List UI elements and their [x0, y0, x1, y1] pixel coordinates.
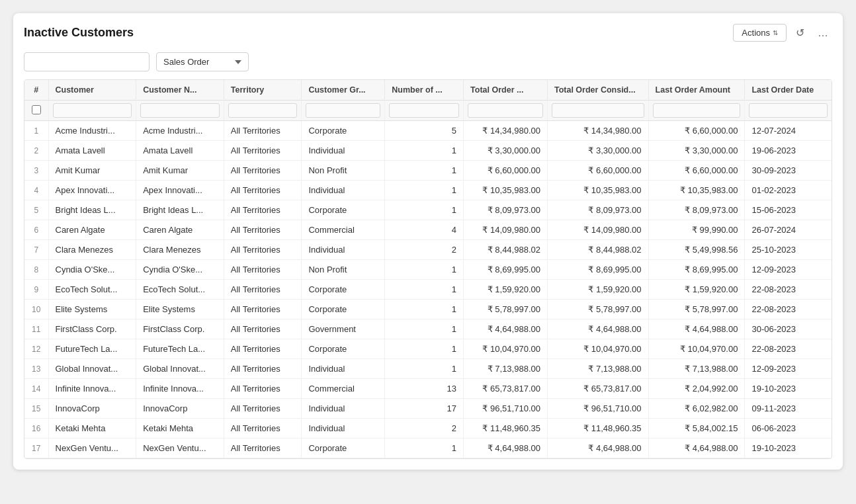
- cell-num: 2: [24, 141, 48, 161]
- cell-last-order-amount: ₹ 5,78,997.00: [648, 300, 745, 319]
- cell-total-order: ₹ 10,35,983.00: [464, 181, 548, 200]
- cell-num: 8: [24, 260, 48, 280]
- cell-number-of: 5: [385, 121, 464, 141]
- table-row[interactable]: 12FutureTech La...FutureTech La...All Te…: [24, 339, 832, 359]
- order-type-select[interactable]: Sales Order Purchase Order Quotation: [156, 52, 249, 71]
- table-row[interactable]: 15InnovaCorpInnovaCorpAll TerritoriesInd…: [24, 399, 832, 419]
- table-row[interactable]: 13Global Innovat...Global Innovat...All …: [24, 359, 832, 379]
- table-row[interactable]: 8Cyndia O'Ske...Cyndia O'Ske...All Terri…: [24, 260, 832, 280]
- filter-total-order-input[interactable]: [468, 103, 543, 118]
- cell-total-order: ₹ 4,64,988.00: [464, 319, 548, 339]
- table-row[interactable]: 7Clara MenezesClara MenezesAll Territori…: [24, 240, 832, 260]
- cell-last-order-amount: ₹ 4,64,988.00: [648, 439, 745, 458]
- table-row[interactable]: 16Ketaki MehtaKetaki MehtaAll Territorie…: [24, 419, 832, 439]
- cell-customer: Amata Lavell: [48, 141, 136, 161]
- cell-total-order-consid: ₹ 4,64,988.00: [547, 439, 648, 458]
- cell-num: 17: [24, 439, 48, 458]
- refresh-button[interactable]: ↺: [792, 24, 808, 42]
- table-row[interactable]: 3Amit KumarAmit KumarAll TerritoriesNon …: [24, 161, 832, 181]
- cell-customer-group: Commercial: [302, 379, 385, 399]
- cell-num: 12: [24, 339, 48, 359]
- header-actions: Actions ⇅ ↺ …: [733, 24, 832, 42]
- table-row[interactable]: 14Infinite Innova...Infinite Innova...Al…: [24, 379, 832, 399]
- cell-num: 10: [24, 300, 48, 319]
- filter-customer-input[interactable]: [53, 103, 132, 118]
- cell-total-order-consid: ₹ 8,09,973.00: [547, 200, 648, 220]
- cell-num: 7: [24, 240, 48, 260]
- cell-last-order-date: 12-07-2024: [745, 121, 832, 141]
- cell-total-order-consid: ₹ 10,35,983.00: [547, 181, 648, 200]
- select-all-checkbox[interactable]: [32, 105, 41, 114]
- filter-last-order-date-input[interactable]: [749, 103, 828, 118]
- cell-customer: Caren Algate: [48, 220, 136, 240]
- filter-territory-input[interactable]: [228, 103, 298, 118]
- cell-customer-name: InnovaCorp: [136, 399, 224, 419]
- cell-territory: All Territories: [224, 379, 302, 399]
- cell-number-of: 2: [385, 240, 464, 260]
- cell-number-of: 1: [385, 319, 464, 339]
- table-row[interactable]: 1Acme Industri...Acme Industri...All Ter…: [24, 121, 832, 141]
- cell-customer-group: Individual: [302, 419, 385, 439]
- table-row[interactable]: 6Caren AlgateCaren AlgateAll Territories…: [24, 220, 832, 240]
- cell-territory: All Territories: [224, 280, 302, 300]
- cell-total-order: ₹ 14,34,980.00: [464, 121, 548, 141]
- filter-customer-name-input[interactable]: [140, 103, 220, 118]
- cell-customer-group: Individual: [302, 240, 385, 260]
- cell-total-order: ₹ 4,64,988.00: [464, 439, 548, 458]
- cell-customer-name: Amata Lavell: [136, 141, 224, 161]
- table-row[interactable]: 5Bright Ideas L...Bright Ideas L...All T…: [24, 200, 832, 220]
- cell-customer-group: Non Profit: [302, 260, 385, 280]
- cell-total-order-consid: ₹ 8,44,988.02: [547, 240, 648, 260]
- cell-customer-group: Individual: [302, 399, 385, 419]
- toolbar: 30 Sales Order Purchase Order Quotation: [24, 52, 832, 71]
- col-header-total-order: Total Order ...: [464, 80, 548, 101]
- filter-last-order-amount-input[interactable]: [653, 103, 741, 118]
- filter-number-of-input[interactable]: [389, 103, 459, 118]
- cell-last-order-date: 01-02-2023: [745, 181, 832, 200]
- cell-customer-name: Global Innovat...: [136, 359, 224, 379]
- cell-num: 11: [24, 319, 48, 339]
- more-options-button[interactable]: …: [814, 24, 832, 42]
- cell-customer-group: Individual: [302, 359, 385, 379]
- table-row[interactable]: 9EcoTech Solut...EcoTech Solut...All Ter…: [24, 280, 832, 300]
- cell-customer: InnovaCorp: [48, 399, 136, 419]
- cell-last-order-date: 12-09-2023: [745, 359, 832, 379]
- cell-number-of: 1: [385, 161, 464, 181]
- count-input[interactable]: 30: [24, 52, 150, 71]
- cell-total-order-consid: ₹ 11,48,960.35: [547, 419, 648, 439]
- cell-customer-name: Ketaki Mehta: [136, 419, 224, 439]
- cell-total-order-consid: ₹ 4,64,988.00: [547, 319, 648, 339]
- cell-total-order-consid: ₹ 14,34,980.00: [547, 121, 648, 141]
- filter-customer: [48, 101, 136, 121]
- cell-number-of: 1: [385, 280, 464, 300]
- col-header-customer-name: Customer N...: [136, 80, 224, 101]
- table-row[interactable]: 17NexGen Ventu...NexGen Ventu...All Terr…: [24, 439, 832, 458]
- cell-total-order: ₹ 5,78,997.00: [464, 300, 548, 319]
- filter-total-order-consid-input[interactable]: [552, 103, 644, 118]
- cell-total-order: ₹ 11,48,960.35: [464, 419, 548, 439]
- cell-last-order-amount: ₹ 6,60,000.00: [648, 121, 745, 141]
- cell-total-order: ₹ 14,09,980.00: [464, 220, 548, 240]
- cell-last-order-date: 30-09-2023: [745, 161, 832, 181]
- table-body: 1Acme Industri...Acme Industri...All Ter…: [24, 121, 832, 458]
- cell-number-of: 2: [385, 419, 464, 439]
- filter-customer-group-input[interactable]: [306, 103, 380, 118]
- actions-button[interactable]: Actions ⇅: [733, 24, 787, 42]
- cell-customer-name: Bright Ideas L...: [136, 200, 224, 220]
- table-row[interactable]: 11FirstClass Corp.FirstClass Corp.All Te…: [24, 319, 832, 339]
- cell-customer-name: Apex Innovati...: [136, 181, 224, 200]
- cell-customer: Infinite Innova...: [48, 379, 136, 399]
- filter-last-order-amount: [648, 101, 745, 121]
- table-row[interactable]: 10Elite SystemsElite SystemsAll Territor…: [24, 300, 832, 319]
- cell-last-order-amount: ₹ 8,09,973.00: [648, 200, 745, 220]
- cell-number-of: 13: [385, 379, 464, 399]
- table-filter-row: [24, 101, 832, 121]
- cell-total-order-consid: ₹ 10,04,970.00: [547, 339, 648, 359]
- cell-customer-name: Acme Industri...: [136, 121, 224, 141]
- table-row[interactable]: 4Apex Innovati...Apex Innovati...All Ter…: [24, 181, 832, 200]
- cell-num: 13: [24, 359, 48, 379]
- cell-customer: Global Innovat...: [48, 359, 136, 379]
- cell-customer-name: Amit Kumar: [136, 161, 224, 181]
- cell-customer-name: FirstClass Corp.: [136, 319, 224, 339]
- table-row[interactable]: 2Amata LavellAmata LavellAll Territories…: [24, 141, 832, 161]
